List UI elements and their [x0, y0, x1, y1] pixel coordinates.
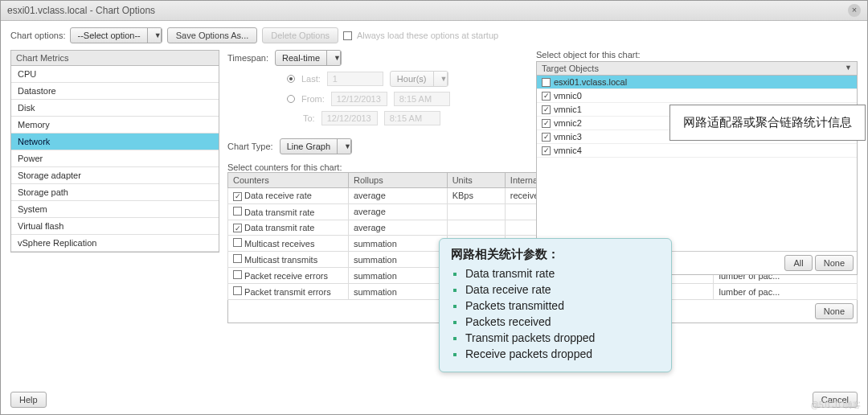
callout-item: Transmit packets dropped: [465, 331, 660, 344]
callout-item: Receive packets dropped: [465, 347, 660, 360]
window-title: esxi01.vclass.local - Chart Options: [7, 5, 155, 16]
callout2-title: 网路相关统计参数：: [451, 247, 660, 262]
save-options-as-button[interactable]: Save Options As...: [167, 27, 258, 43]
checkbox-icon[interactable]: [233, 254, 242, 263]
checkbox-icon[interactable]: [233, 238, 242, 247]
target-object-row[interactable]: ✓vmnic4: [537, 144, 857, 158]
counters-none-button[interactable]: None: [815, 303, 854, 319]
checkbox-icon[interactable]: ✓: [542, 119, 551, 128]
to-date: 12/12/2013: [321, 111, 378, 125]
metric-item-power[interactable]: Power: [11, 150, 219, 167]
metric-item-virtual-flash[interactable]: Virtual flash: [11, 218, 219, 235]
chart-metrics-header: Chart Metrics: [10, 50, 219, 66]
callout-network-params: 网路相关统计参数： Data transmit rateData receive…: [439, 238, 672, 372]
from-time: 8:15 AM: [394, 92, 450, 106]
last-count: 1: [327, 72, 383, 86]
objects-all-button[interactable]: All: [784, 255, 812, 271]
to-time: 8:15 AM: [384, 111, 440, 125]
chart-type-label: Chart Type:: [227, 142, 273, 151]
metric-item-storage-adapter[interactable]: Storage adapter: [11, 167, 219, 184]
checkbox-icon[interactable]: ✓: [542, 146, 551, 155]
chart-options-select[interactable]: --Select option--▼: [70, 27, 162, 43]
checkbox-icon[interactable]: [542, 78, 551, 87]
metric-item-network[interactable]: Network: [11, 134, 219, 150]
checkbox-icon[interactable]: ✓: [233, 224, 242, 232]
to-label: To:: [303, 113, 315, 123]
timespan-select[interactable]: Real-time▼: [275, 50, 342, 66]
chevron-down-icon[interactable]: ▼: [327, 51, 341, 64]
from-date: 12/12/2013: [331, 92, 387, 106]
checkbox-icon[interactable]: ✓: [542, 105, 551, 114]
delete-options-button: Delete Options: [262, 27, 338, 43]
close-icon[interactable]: ×: [848, 4, 861, 17]
target-object-row[interactable]: esxi01.vclass.local: [537, 76, 857, 89]
chart-options-label: Chart options:: [10, 31, 65, 40]
metric-item-memory[interactable]: Memory: [11, 117, 219, 134]
metric-item-datastore[interactable]: Datastore: [11, 83, 219, 100]
metric-item-disk[interactable]: Disk: [11, 100, 219, 117]
chevron-down-icon[interactable]: ▼: [845, 64, 852, 73]
chevron-down-icon[interactable]: ▼: [338, 140, 351, 153]
target-objects-header: Target Objects: [542, 64, 599, 73]
column-header[interactable]: Units: [447, 173, 505, 188]
chevron-down-icon[interactable]: ▼: [148, 29, 162, 42]
metric-item-storage-path[interactable]: Storage path: [11, 184, 219, 201]
select-object-label: Select object for this chart:: [536, 50, 858, 60]
radio-from[interactable]: [287, 95, 295, 103]
chart-type-select[interactable]: Line Graph▼: [280, 138, 352, 154]
callout-item: Packets received: [465, 315, 660, 328]
startup-label: Always load these options at startup: [357, 31, 498, 40]
radio-last[interactable]: [287, 75, 295, 83]
checkbox-icon[interactable]: [233, 207, 242, 216]
checkbox-icon[interactable]: [233, 286, 242, 295]
checkbox-icon[interactable]: ✓: [233, 192, 242, 201]
column-header[interactable]: Counters: [228, 173, 349, 188]
startup-checkbox[interactable]: [343, 31, 352, 40]
column-header[interactable]: Rollups: [349, 173, 448, 188]
checkbox-icon[interactable]: ✓: [542, 133, 551, 142]
metric-item-system[interactable]: System: [11, 201, 219, 218]
last-unit-select: Hour(s)▼: [390, 71, 448, 87]
checkbox-icon[interactable]: ✓: [542, 92, 551, 101]
help-button[interactable]: Help: [10, 392, 47, 408]
callout-item: Data transmit rate: [465, 267, 660, 280]
timespan-label: Timespan:: [227, 53, 268, 63]
watermark: @51CTO博客: [811, 400, 861, 411]
checkbox-icon[interactable]: [233, 270, 242, 279]
callout-adapter-stats: 网路适配器或聚合链路统计信息: [669, 105, 866, 141]
target-object-row[interactable]: ✓vmnic0: [537, 89, 857, 103]
callout-item: Data receive rate: [465, 283, 660, 296]
metric-item-vsphere-replication[interactable]: vSphere Replication: [11, 235, 219, 252]
metric-item-cpu[interactable]: CPU: [11, 66, 219, 83]
objects-none-button[interactable]: None: [815, 255, 854, 271]
from-label: From:: [301, 94, 325, 104]
callout-item: Packets transmitted: [465, 299, 660, 312]
last-label: Last:: [301, 74, 321, 84]
